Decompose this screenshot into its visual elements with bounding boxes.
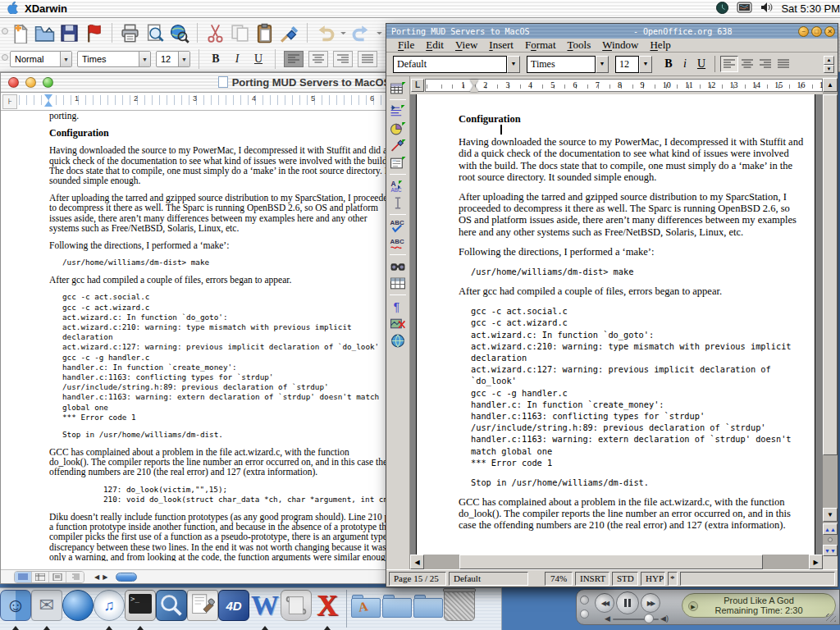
oo-shade-button[interactable]: ~: [798, 26, 809, 37]
draw-functions-icon[interactable]: [389, 138, 407, 153]
status-selection-mode[interactable]: STD: [612, 572, 638, 586]
data-sources-icon[interactable]: [389, 276, 407, 291]
oo-menu-help[interactable]: Help: [650, 39, 670, 52]
oo-page[interactable]: ConfigurationHaving downloaded the sourc…: [416, 94, 815, 555]
status-zoom[interactable]: 74%: [545, 572, 573, 586]
align-justify-button[interactable]: [358, 51, 377, 67]
active-app-name[interactable]: XDarwin: [25, 2, 67, 15]
oo-menu-format[interactable]: Format: [525, 39, 556, 52]
page-layout-view-button[interactable]: [49, 572, 66, 582]
redo-arrow[interactable]: [376, 23, 383, 43]
oo-paragraph-style-select[interactable]: Default▼: [393, 56, 520, 73]
oo-align-center-button[interactable]: [738, 56, 756, 72]
clock-menu-icon[interactable]: [716, 2, 728, 16]
oo-bold-button[interactable]: B: [660, 56, 677, 72]
oo-menu-window[interactable]: Window: [602, 39, 638, 52]
toolbar-handle[interactable]: [2, 28, 8, 34]
tab-stop-selector[interactable]: ⊦: [2, 94, 17, 109]
apple-menu-icon[interactable]: [0, 1, 25, 16]
underline-button[interactable]: U: [250, 52, 267, 66]
auto-spellcheck-icon[interactable]: ABC: [389, 235, 407, 251]
dock-item-word[interactable]: W: [249, 590, 281, 630]
notebook-view-button[interactable]: [66, 572, 84, 582]
oo-align-right-button[interactable]: [756, 56, 774, 72]
oo-titlebar[interactable]: Porting MUD Servers to MacOS____________…: [386, 24, 838, 39]
scroll-down-icon[interactable]: ▼: [823, 508, 838, 522]
volume-thumb[interactable]: [644, 614, 654, 623]
dock-item-trash[interactable]: [444, 590, 475, 630]
oo-italic-button[interactable]: i: [677, 56, 693, 72]
pause-button[interactable]: [616, 591, 639, 614]
align-right-button[interactable]: [333, 51, 353, 67]
cut-icon[interactable]: [205, 23, 226, 43]
oo-toolbar-spinner[interactable]: ▲▼: [824, 56, 834, 73]
form-icon[interactable]: [389, 155, 407, 171]
graphics-onoff-icon[interactable]: [389, 316, 407, 331]
status-insert-mode[interactable]: INSRT: [575, 572, 609, 586]
format-brush-icon[interactable]: [279, 23, 299, 43]
toolbar-handle-2[interactable]: [2, 54, 8, 61]
insert-table-icon[interactable]: [389, 80, 407, 96]
direct-cursor-icon[interactable]: [389, 195, 407, 211]
left-indent-marker[interactable]: [44, 101, 52, 107]
find-icon[interactable]: [389, 258, 407, 274]
dock-item-mail[interactable]: ✉: [31, 590, 62, 630]
dock-item-browser[interactable]: [62, 590, 94, 630]
oo-menu-view[interactable]: View: [455, 39, 477, 52]
status-hyperlink-mode[interactable]: HYP: [641, 572, 665, 586]
redo-icon[interactable]: [351, 23, 372, 43]
fast-forward-button[interactable]: ▶▶: [641, 593, 660, 613]
save-icon[interactable]: [59, 23, 80, 43]
next-page-icon[interactable]: ▼▼: [823, 545, 838, 556]
bold-button[interactable]: B: [208, 52, 224, 66]
oo-align-left-button[interactable]: [720, 56, 738, 72]
oo-ruler[interactable]: L 1234567891011121314151617: [410, 78, 823, 94]
volume-menu-icon[interactable]: [760, 2, 773, 16]
copy-icon[interactable]: [230, 23, 250, 43]
align-left-button[interactable]: [284, 51, 304, 67]
menubar-clock[interactable]: Sat 5:30 PM: [781, 2, 840, 15]
dock-item-folder2[interactable]: [413, 590, 444, 630]
autotext-icon[interactable]: AABC: [389, 178, 407, 194]
outline-view-button[interactable]: [32, 572, 49, 582]
oo-close-button[interactable]: ✕: [824, 26, 835, 37]
status-page-style[interactable]: Default: [449, 572, 528, 586]
oo-vertical-scrollbar[interactable]: ▲ ▼ ▲▲ ▼▼: [823, 78, 838, 555]
font-select[interactable]: Times▼: [77, 51, 151, 67]
previous-page-icon[interactable]: ▲▲: [823, 523, 838, 535]
scroll-left-icon[interactable]: ◀: [410, 555, 424, 569]
oo-maximize-button[interactable]: □: [811, 26, 822, 37]
oo-font-select[interactable]: Times▼: [527, 56, 609, 73]
first-line-indent-marker[interactable]: [44, 94, 52, 100]
player-close-button[interactable]: [580, 596, 589, 605]
flag-icon[interactable]: [84, 23, 104, 43]
oo-indent-marker-left2[interactable]: [470, 85, 478, 92]
font-size-select[interactable]: 12▼: [156, 51, 190, 67]
open-icon[interactable]: [34, 23, 55, 43]
oo-hscrollbar-thumb[interactable]: [459, 555, 763, 569]
dock-item-terminal[interactable]: >_: [125, 590, 156, 630]
insert-fields-icon[interactable]: [389, 103, 407, 119]
dock-item-itunes[interactable]: ♫: [94, 590, 125, 630]
print-preview-icon[interactable]: [144, 23, 165, 43]
paste-icon[interactable]: [254, 23, 275, 43]
oo-menu-file[interactable]: File: [398, 39, 414, 52]
spellcheck-icon[interactable]: ABC: [389, 218, 407, 234]
online-layout-icon[interactable]: [389, 333, 407, 349]
volume-slider[interactable]: ◀ ◀): [605, 616, 670, 623]
nonprinting-chars-icon[interactable]: ¶: [389, 299, 407, 314]
dock-item-folder[interactable]: [381, 590, 413, 630]
insert-object-icon[interactable]: [389, 121, 407, 136]
resize-grip[interactable]: [826, 614, 836, 622]
dock-item-sherlock[interactable]: [156, 590, 187, 630]
print-icon[interactable]: [120, 23, 140, 43]
oo-document-area[interactable]: ConfigurationHaving downloaded the sourc…: [410, 94, 823, 555]
style-select[interactable]: Normal▼: [10, 51, 72, 67]
oo-menu-edit[interactable]: Edit: [426, 39, 444, 52]
undo-icon[interactable]: [315, 23, 336, 43]
oo-font-size-select[interactable]: 12▼: [615, 56, 652, 73]
normal-view-button[interactable]: [15, 572, 32, 582]
horizontal-scrollbar-thumb[interactable]: [116, 573, 137, 582]
rewind-button[interactable]: ◀◀: [595, 593, 614, 613]
navigation-dot[interactable]: [828, 537, 833, 542]
